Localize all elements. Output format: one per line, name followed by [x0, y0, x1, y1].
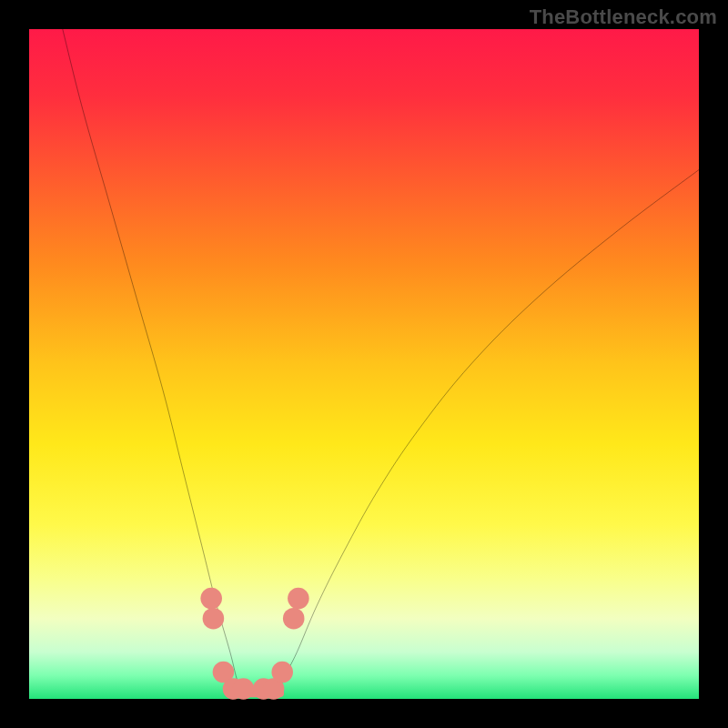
- marker-dot: [271, 662, 293, 683]
- plot-area: [29, 29, 699, 699]
- marker-dot: [233, 678, 255, 700]
- marker-layer: [200, 588, 308, 700]
- watermark-text: TheBottleneck.com: [530, 5, 717, 29]
- marker-dot: [203, 608, 225, 630]
- marker-dot: [283, 608, 305, 630]
- chart-frame: TheBottleneck.com: [0, 0, 728, 728]
- marker-dot: [288, 588, 309, 610]
- marker-dot: [200, 588, 222, 610]
- right-curve: [277, 170, 699, 699]
- curves-layer: [29, 29, 699, 699]
